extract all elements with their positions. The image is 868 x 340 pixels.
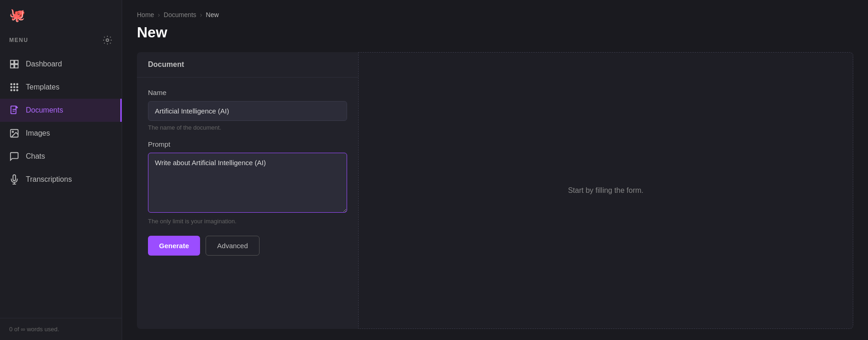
chat-icon — [9, 151, 19, 161]
image-icon — [9, 128, 19, 138]
document-icon — [9, 105, 19, 115]
microphone-icon — [9, 174, 19, 185]
menu-label-row: MENU — [0, 30, 122, 49]
prompt-label: Prompt — [148, 140, 347, 148]
content-area: Document Name The name of the document. … — [137, 52, 853, 329]
words-used: 0 of ∞ words used. — [0, 318, 122, 340]
breadcrumb-sep-2: › — [200, 11, 202, 18]
sidebar-item-dashboard[interactable]: Dashboard — [0, 53, 122, 76]
svg-point-0 — [106, 39, 109, 42]
sidebar-item-chats[interactable]: Chats — [0, 145, 122, 168]
svg-rect-3 — [11, 65, 14, 68]
logo: 🐙 — [0, 0, 122, 30]
breadcrumb-documents[interactable]: Documents — [164, 11, 196, 18]
page-title: New — [137, 24, 853, 41]
svg-point-18 — [12, 131, 13, 132]
form-section-header: Document — [137, 52, 358, 78]
grid-icon — [9, 59, 19, 69]
sidebar: 🐙 MENU Dashboard — [0, 0, 122, 340]
svg-rect-2 — [15, 60, 18, 64]
name-hint: The name of the document. — [148, 124, 347, 131]
generate-button[interactable]: Generate — [148, 236, 200, 256]
preview-placeholder: Start by filling the form. — [568, 186, 644, 195]
svg-rect-4 — [15, 65, 18, 68]
sidebar-item-label: Transcriptions — [26, 175, 72, 184]
logo-icon: 🐙 — [9, 7, 25, 23]
sidebar-item-label: Images — [26, 129, 50, 137]
form-actions: Generate Advanced — [148, 236, 347, 256]
sidebar-item-label: Templates — [26, 83, 59, 91]
svg-point-11 — [11, 89, 12, 91]
dots-grid-icon — [9, 82, 19, 92]
svg-point-7 — [17, 84, 18, 85]
prompt-textarea[interactable]: Write about Artificial Intelligence (AI) — [148, 153, 347, 213]
sidebar-item-images[interactable]: Images — [0, 122, 122, 145]
svg-point-5 — [11, 84, 12, 85]
prompt-field-group: Prompt Write about Artificial Intelligen… — [148, 140, 347, 225]
nav-menu: Dashboard Templates — [0, 49, 122, 318]
breadcrumb-home[interactable]: Home — [137, 11, 154, 18]
name-field-group: Name The name of the document. — [148, 89, 347, 131]
sidebar-item-label: Chats — [26, 152, 45, 161]
sidebar-item-label: Dashboard — [26, 60, 62, 68]
breadcrumb-current: New — [206, 11, 219, 18]
sidebar-item-transcriptions[interactable]: Transcriptions — [0, 168, 122, 191]
breadcrumb-sep-1: › — [158, 11, 160, 18]
form-body: Name The name of the document. Prompt Wr… — [137, 78, 358, 267]
form-panel: Document Name The name of the document. … — [137, 52, 358, 329]
sidebar-item-templates[interactable]: Templates — [0, 76, 122, 99]
svg-rect-1 — [11, 60, 14, 64]
name-input[interactable] — [148, 101, 347, 121]
sidebar-item-label: Documents — [26, 106, 63, 114]
prompt-hint: The only limit is your imagination. — [148, 218, 347, 225]
name-label: Name — [148, 89, 347, 96]
breadcrumb: Home › Documents › New — [137, 11, 853, 18]
sidebar-item-documents[interactable]: Documents — [0, 99, 122, 122]
advanced-button[interactable]: Advanced — [206, 236, 260, 256]
svg-point-6 — [14, 84, 15, 85]
settings-icon[interactable] — [102, 35, 112, 45]
svg-point-9 — [14, 87, 15, 88]
svg-point-10 — [17, 87, 18, 88]
svg-point-12 — [14, 89, 15, 91]
menu-label: MENU — [9, 37, 28, 43]
svg-point-8 — [11, 87, 12, 88]
main-content: Home › Documents › New New Document Name… — [122, 0, 868, 340]
svg-point-13 — [17, 89, 18, 91]
preview-panel: Start by filling the form. — [358, 52, 853, 329]
